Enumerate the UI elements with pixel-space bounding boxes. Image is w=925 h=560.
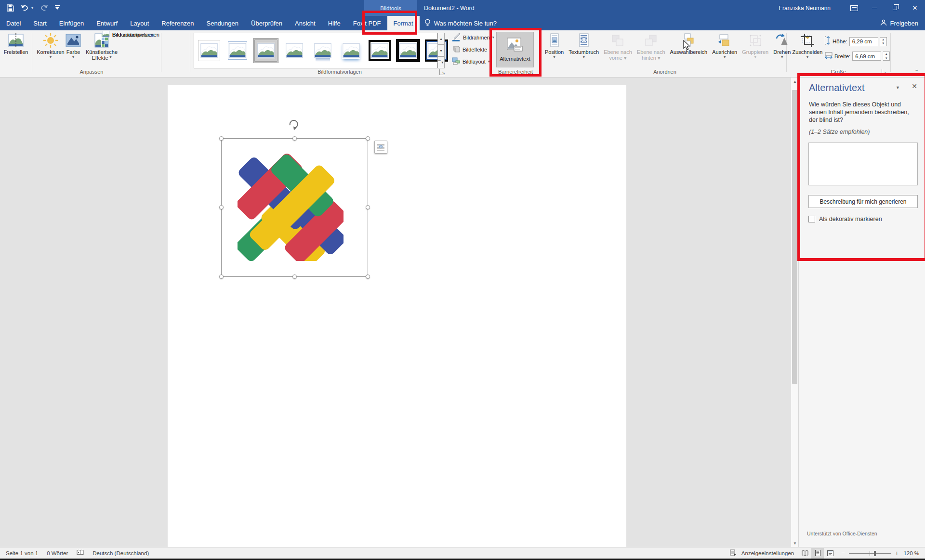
dropdown-arrow-icon: ▾ xyxy=(72,55,74,60)
height-input[interactable]: 6,29 cm xyxy=(849,37,878,46)
height-spinner[interactable]: ▲▼ xyxy=(880,37,887,46)
minimize-button[interactable] xyxy=(864,0,885,16)
ribbon-tab[interactable]: Referenzen xyxy=(155,16,200,30)
zoom-level[interactable]: 120 % xyxy=(903,550,919,556)
rotate-handle[interactable] xyxy=(287,118,300,132)
ribbon-tab[interactable]: Entwurf xyxy=(90,16,124,30)
small-ribbon-button[interactable]: Bild zurücksetzen ▾ xyxy=(102,30,158,39)
undo-icon[interactable] xyxy=(21,4,29,11)
ribbon-tab[interactable]: Format xyxy=(387,16,420,30)
resize-handle-w[interactable] xyxy=(219,205,224,209)
picture-effects-button[interactable]: Bildeffekte ▾ xyxy=(452,45,494,54)
styles-dialog-launcher[interactable]: ↘ xyxy=(439,69,445,75)
arrange-button[interactable]: Ebene nach hinten ▾ xyxy=(634,32,668,61)
arrange-button-icon xyxy=(576,32,592,49)
display-settings-label[interactable]: Anzeigeeinstellungen xyxy=(741,550,794,556)
picture-style-thumbnail[interactable] xyxy=(396,39,420,63)
group-label-anpassen: Anpassen xyxy=(53,69,130,75)
print-layout-button[interactable] xyxy=(811,548,824,559)
resize-handle-e[interactable] xyxy=(366,205,370,209)
scroll-up-icon[interactable]: ▲ xyxy=(791,78,799,85)
share-button[interactable]: Freigeben xyxy=(880,16,918,30)
picture-selection-border xyxy=(221,138,368,277)
restore-button[interactable] xyxy=(885,0,905,16)
arrange-button[interactable]: Textumbruch ▾ xyxy=(566,32,601,60)
size-dialog-launcher[interactable]: ↘ xyxy=(882,69,887,75)
customize-qat-icon[interactable] xyxy=(55,5,60,11)
save-icon[interactable] xyxy=(7,4,14,12)
resize-handle-n[interactable] xyxy=(292,136,297,141)
alt-text-textarea[interactable] xyxy=(808,143,918,185)
close-button[interactable]: ✕ xyxy=(905,0,925,16)
width-input[interactable]: 6,69 cm xyxy=(852,52,881,61)
zoom-slider[interactable] xyxy=(849,550,891,556)
color-picture-icon xyxy=(66,32,81,49)
scrollbar-thumb[interactable] xyxy=(792,90,797,384)
user-name: Franziska Neumann xyxy=(779,5,831,12)
ribbon-tab[interactable]: Datei xyxy=(0,16,27,30)
zoom-slider-thumb[interactable] xyxy=(874,551,876,556)
picture-style-thumbnail[interactable] xyxy=(254,39,278,63)
resize-handle-se[interactable] xyxy=(366,274,370,279)
picture-style-thumbnail[interactable] xyxy=(225,39,250,63)
resize-handle-ne[interactable] xyxy=(366,136,370,141)
ribbon-tab[interactable]: Hilfe xyxy=(322,16,347,30)
picture-style-thumbnail[interactable] xyxy=(424,39,449,63)
picture-style-thumbnail[interactable] xyxy=(311,39,335,63)
ribbon-tab[interactable]: Start xyxy=(27,16,53,30)
arrange-button[interactable]: Gruppieren ▾ xyxy=(740,32,771,60)
remove-background-button[interactable]: Freistellen xyxy=(0,32,32,55)
decorative-checkbox[interactable] xyxy=(808,216,815,222)
resize-handle-s[interactable] xyxy=(292,274,297,279)
arrange-button[interactable]: Ebene nach vorne ▾ xyxy=(601,32,634,61)
word-count[interactable]: 0 Wörter xyxy=(47,550,68,556)
arrange-button[interactable]: Ausrichten ▾ xyxy=(710,32,740,60)
document-scrollbar[interactable]: ▲ ▼ xyxy=(791,78,798,547)
pane-options-arrow-icon[interactable]: ▼ xyxy=(896,85,900,90)
zoom-in-button[interactable]: + xyxy=(895,549,899,557)
ribbon-display-options-button[interactable] xyxy=(844,0,864,16)
layout-options-button[interactable] xyxy=(374,141,387,154)
picture-layout-button[interactable]: Bildlayout ▾ xyxy=(452,57,494,66)
pane-close-icon[interactable]: ✕ xyxy=(912,82,917,90)
web-layout-button[interactable] xyxy=(824,548,836,559)
height-icon xyxy=(825,36,831,47)
pen-icon xyxy=(452,33,461,42)
tell-me-box[interactable]: Was möchten Sie tun? xyxy=(420,16,497,30)
gallery-scroll-down-button[interactable]: ▼ xyxy=(437,45,445,57)
ribbon-tab[interactable]: Einfügen xyxy=(53,16,90,30)
ribbon-tab[interactable]: Sendungen xyxy=(200,16,245,30)
color-button[interactable]: Farbe ▾ xyxy=(61,32,86,60)
undo-dropdown-arrow-icon[interactable]: ▾ xyxy=(31,6,33,10)
ribbon-tab[interactable]: Überprüfen xyxy=(245,16,289,30)
zoom-out-button[interactable]: − xyxy=(841,549,845,557)
ribbon-tab[interactable]: Ansicht xyxy=(289,16,322,30)
picture-border-button[interactable]: Bildrahmen ▾ xyxy=(452,33,494,42)
picture-style-thumbnail[interactable] xyxy=(339,39,363,63)
read-mode-button[interactable] xyxy=(799,548,811,559)
pane-title: Alternativtext xyxy=(809,82,865,93)
resize-handle-nw[interactable] xyxy=(219,136,224,141)
page-indicator[interactable]: Seite 1 von 1 xyxy=(6,550,38,556)
picture-style-thumbnail[interactable] xyxy=(282,39,306,63)
ribbon-tab[interactable]: Layout xyxy=(124,16,155,30)
width-spinner[interactable]: ▲▼ xyxy=(883,52,890,61)
minimize-icon xyxy=(872,8,877,8)
collapse-ribbon-icon[interactable]: ⌃ xyxy=(914,69,919,75)
alt-text-button[interactable]: Alternativtext xyxy=(496,32,534,67)
document-title: Dokument2 - Word xyxy=(424,0,475,16)
ribbon-tab[interactable]: Foxit PDF xyxy=(347,16,387,30)
gallery-scroll-up-button[interactable]: ▲ xyxy=(437,33,445,45)
language-indicator[interactable]: Deutsch (Deutschland) xyxy=(92,550,149,556)
generate-description-button[interactable]: Beschreibung für mich generieren xyxy=(808,195,918,208)
proofing-icon[interactable] xyxy=(77,549,84,557)
restore-icon xyxy=(893,6,897,10)
picture-style-thumbnail[interactable] xyxy=(197,39,221,63)
gallery-more-button[interactable]: ▔▼ xyxy=(437,56,445,68)
crop-button[interactable]: Zuschneiden ▾ xyxy=(790,32,825,60)
arrange-button-icon xyxy=(748,32,763,49)
resize-handle-sw[interactable] xyxy=(219,274,224,279)
scroll-down-icon[interactable]: ▼ xyxy=(791,539,799,547)
arrange-button[interactable]: Position ▾ xyxy=(542,32,566,60)
picture-style-thumbnail[interactable] xyxy=(368,39,392,63)
